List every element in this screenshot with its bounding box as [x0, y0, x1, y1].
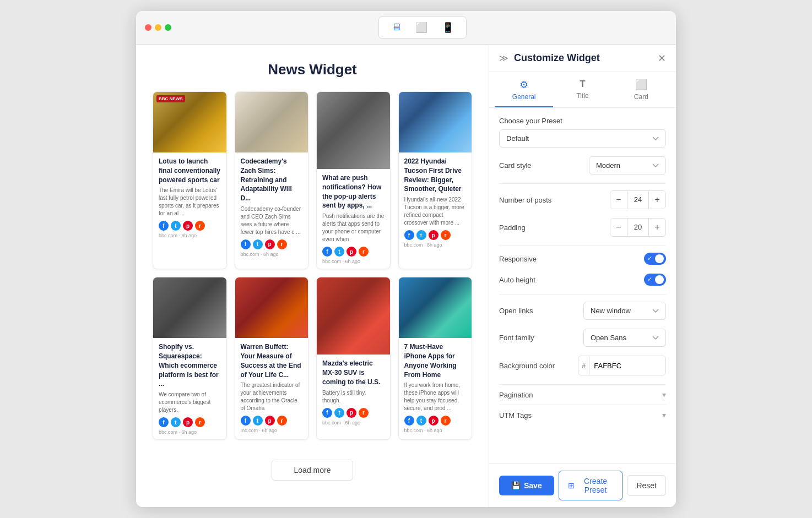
pinterest-icon[interactable]: p	[347, 247, 356, 257]
facebook-icon[interactable]: f	[322, 408, 332, 418]
title-icon: T	[580, 79, 585, 90]
card-title: Shopify vs. Squarespace: Which ecommerce…	[159, 342, 221, 389]
panel-header: ≫ Customize Widget ✕	[489, 45, 676, 72]
card-style-row: Card style Modern Classic Minimal	[499, 156, 666, 175]
general-icon: ⚙	[519, 79, 528, 91]
card-desc: Hyundai's all-new 2022 Tucson is a bigge…	[404, 196, 467, 227]
card-style-label: Card style	[499, 161, 532, 170]
tablet-icon[interactable]: ⬜	[413, 20, 430, 35]
load-more-button[interactable]: Load more	[272, 460, 354, 481]
num-posts-stepper: − 24 +	[610, 190, 666, 209]
facebook-icon[interactable]: f	[241, 416, 251, 426]
toggle-slider: ✓	[644, 274, 666, 286]
panel-collapse-icon[interactable]: ≫	[499, 53, 508, 63]
dot-yellow[interactable]	[155, 24, 161, 31]
font-family-label: Font family	[499, 334, 534, 342]
card-image	[235, 92, 308, 152]
tab-title[interactable]: T Title	[553, 72, 611, 107]
customize-panel: ≫ Customize Widget ✕ ⚙ General T Title ⬜…	[489, 45, 676, 507]
pinterest-icon[interactable]: p	[183, 221, 193, 231]
dot-red[interactable]	[145, 24, 151, 31]
pinterest-icon[interactable]: p	[429, 416, 439, 426]
pinterest-icon[interactable]: p	[183, 417, 193, 427]
facebook-icon[interactable]: f	[404, 230, 414, 240]
reddit-icon[interactable]: r	[195, 221, 205, 231]
num-posts-decrement[interactable]: −	[610, 191, 627, 209]
preset-select[interactable]: Default	[499, 129, 666, 148]
reddit-icon[interactable]: r	[277, 416, 287, 426]
reddit-icon[interactable]: r	[441, 230, 451, 240]
twitter-icon[interactable]: t	[171, 221, 181, 231]
bg-color-input: #	[578, 356, 666, 375]
twitter-icon[interactable]: t	[416, 230, 426, 240]
card-body: 7 Must-Have iPhone Apps for Anyone Worki…	[399, 338, 472, 438]
desktop-icon[interactable]: 🖥	[389, 20, 403, 35]
reddit-icon[interactable]: r	[359, 408, 369, 418]
color-hash: #	[578, 356, 589, 375]
twitter-icon[interactable]: t	[253, 239, 263, 249]
mobile-icon[interactable]: 📱	[440, 20, 456, 35]
padding-stepper: − 20 +	[610, 218, 666, 237]
create-preset-button[interactable]: ⊞ Create Preset	[559, 471, 623, 500]
bbc-badge: BBC NEWS	[156, 95, 185, 102]
twitter-icon[interactable]: t	[416, 416, 426, 426]
card-image: BBC NEWS	[153, 92, 226, 152]
twitter-icon[interactable]: t	[253, 416, 263, 426]
create-preset-label: Create Preset	[578, 477, 614, 494]
num-posts-increment[interactable]: +	[649, 191, 665, 209]
news-card: Warren Buffett: Your Measure of Success …	[235, 277, 309, 440]
card-desc: Push notifications are the alerts that a…	[322, 212, 385, 243]
widget-title: News Widget	[153, 61, 472, 78]
reset-button[interactable]: Reset	[627, 475, 666, 496]
open-links-label: Open links	[499, 307, 533, 315]
card-meta: bbc.com · 6h ago	[322, 420, 385, 426]
dot-green[interactable]	[165, 24, 171, 31]
pinterest-icon[interactable]: p	[347, 408, 356, 418]
reddit-icon[interactable]: r	[441, 416, 451, 426]
panel-tabs: ⚙ General T Title ⬜ Card	[489, 72, 676, 108]
card-desc: Battery is still tiny, though.	[322, 389, 385, 405]
facebook-icon[interactable]: f	[322, 247, 332, 257]
utm-tags-section[interactable]: UTM Tags ▾	[499, 405, 666, 425]
card-meta: bbc.com · 6h ago	[404, 428, 467, 433]
color-value-input[interactable]	[589, 356, 666, 375]
facebook-icon[interactable]: f	[159, 417, 169, 427]
padding-value: 20	[627, 219, 649, 236]
twitter-icon[interactable]: t	[334, 408, 344, 418]
padding-decrement[interactable]: −	[610, 219, 627, 236]
padding-increment[interactable]: +	[649, 219, 665, 236]
pinterest-icon[interactable]: p	[265, 239, 275, 249]
reddit-icon[interactable]: r	[277, 239, 287, 249]
reddit-icon[interactable]: r	[195, 417, 205, 427]
panel-close-button[interactable]: ✕	[658, 53, 666, 63]
save-button[interactable]: 💾 Save	[499, 476, 554, 495]
tab-general[interactable]: ⚙ General	[495, 72, 553, 107]
facebook-icon[interactable]: f	[159, 221, 169, 231]
load-more-wrapper: Load more	[153, 451, 472, 485]
card-title: What are push notifications? How the pop…	[322, 173, 385, 210]
card-desc: The Emira will be Lotus' last fully petr…	[159, 187, 221, 217]
twitter-icon[interactable]: t	[171, 417, 181, 427]
card-body: 2022 Hyundai Tucson First Drive Review: …	[399, 152, 472, 252]
card-desc: Codecademy co-founder and CEO Zach Sims …	[241, 205, 303, 236]
bg-color-row: Background color #	[499, 356, 666, 375]
font-family-select[interactable]: Open Sans Roboto Arial	[583, 329, 666, 347]
tab-card[interactable]: ⬜ Card	[612, 72, 670, 107]
open-links-select[interactable]: New window Same window	[583, 302, 666, 320]
auto-height-toggle[interactable]: ✓	[644, 274, 666, 286]
utm-tags-label: UTM Tags	[499, 411, 532, 419]
pinterest-icon[interactable]: p	[429, 230, 439, 240]
card-style-select[interactable]: Modern Classic Minimal	[589, 156, 666, 175]
pagination-section[interactable]: Pagination ▾	[499, 384, 666, 405]
padding-label: Padding	[499, 223, 526, 232]
toggle-slider: ✓	[644, 253, 666, 265]
responsive-toggle[interactable]: ✓	[644, 253, 666, 265]
pinterest-icon[interactable]: p	[265, 416, 275, 426]
twitter-icon[interactable]: t	[334, 247, 344, 257]
save-icon: 💾	[511, 481, 521, 490]
card-social: f t p r	[241, 239, 303, 249]
reddit-icon[interactable]: r	[359, 247, 369, 257]
card-social: f t p r	[322, 247, 385, 257]
facebook-icon[interactable]: f	[404, 416, 414, 426]
facebook-icon[interactable]: f	[241, 239, 251, 249]
